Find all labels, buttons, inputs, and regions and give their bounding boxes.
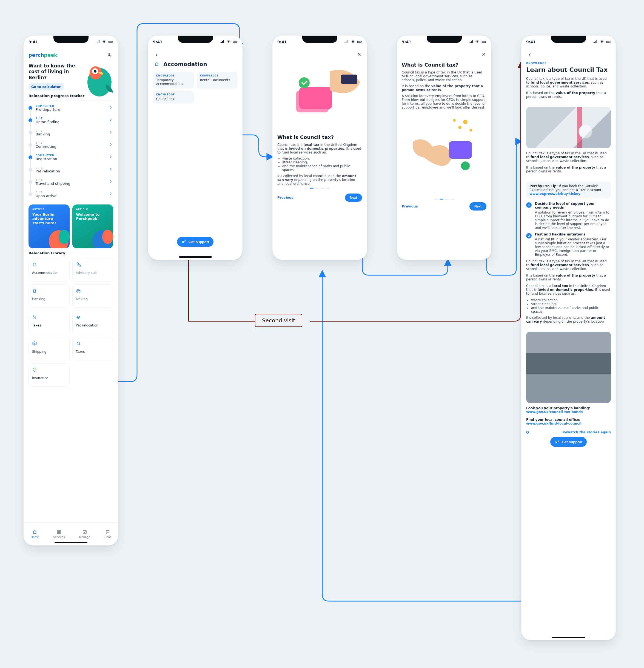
library-tile[interactable]: Shipping [29, 337, 70, 361]
svg-point-22 [79, 316, 79, 317]
library-tile[interactable]: Pet relocation [72, 310, 113, 334]
step-name: Pre-departure [36, 107, 60, 111]
battery-icon [357, 40, 362, 44]
second-visit-badge: Second visit [255, 314, 302, 327]
library-label: Taxes [32, 323, 66, 327]
previous-button[interactable]: Previous [402, 204, 418, 208]
close-icon[interactable] [355, 50, 363, 58]
car-icon [76, 288, 82, 294]
tracker-step[interactable]: 0 / 3 Upon arrival [29, 188, 113, 201]
library-tile[interactable]: Advisory call [72, 258, 113, 282]
bullet: waste collection, [282, 156, 362, 160]
svg-rect-33 [233, 42, 236, 43]
svg-rect-53 [607, 42, 610, 43]
promo-row: ARTICLE Your Berlin adventure starts her… [29, 204, 113, 248]
svg-point-46 [461, 162, 470, 170]
tracker-step[interactable]: COMPLETED Pre-departure [29, 102, 113, 114]
chevron-right-icon [108, 154, 113, 160]
tab-home[interactable]: Home [31, 530, 39, 538]
chevron-right-icon [108, 105, 113, 111]
library-tile[interactable]: Driving [72, 284, 113, 308]
article-kicker: KNOWLEDGE [526, 62, 611, 65]
trash-icon [32, 288, 38, 294]
tracker-step[interactable]: 0 / 6 Travel and shipping [29, 176, 113, 188]
library-tile[interactable]: Taxes [72, 337, 113, 361]
library-label: Shipping [32, 350, 66, 354]
signal-icon [344, 40, 349, 44]
wifi-icon [351, 40, 355, 44]
back-icon[interactable] [153, 51, 160, 59]
council-link[interactable]: www.gov.uk/find-local-council [526, 422, 582, 425]
svg-point-15 [102, 230, 113, 244]
back-icon[interactable] [526, 51, 534, 59]
next-button[interactable]: Next [345, 194, 362, 202]
bullet: waste collection, [531, 298, 611, 302]
article-title: Learn about Council Tax [526, 66, 611, 74]
shield-icon [32, 367, 38, 373]
paw-icon [76, 315, 82, 321]
topic-card[interactable]: KNOWLEDGE Rental Documents [197, 72, 238, 89]
battery-icon [233, 40, 237, 44]
get-support-button[interactable]: Get support [550, 437, 587, 447]
band-link[interactable]: www.gov.uk/council-tax-bands [526, 410, 583, 414]
tracker-step[interactable]: COMPLETED Registration [29, 151, 113, 164]
tracker-step[interactable]: 0 / 4 Pet relocation [29, 164, 113, 176]
svg-rect-6 [109, 42, 112, 43]
story-illustration [397, 114, 491, 196]
step-meta: 2 / 7 [36, 142, 57, 145]
promo-card[interactable]: ARTICLE Your Berlin adventure starts her… [29, 204, 70, 248]
topic-card[interactable]: KNOWLEDGE Temporary accommodation [153, 72, 194, 89]
svg-point-54 [556, 441, 557, 442]
tracker-step[interactable]: 2 / 7 Commuting [29, 139, 113, 151]
topic-kicker: KNOWLEDGE [200, 75, 234, 77]
notch [178, 36, 213, 43]
next-button[interactable]: Next [470, 202, 487, 211]
pro-tip: Perchy Pro Tip: If you book the Gatwick … [526, 181, 611, 198]
chevron-right-icon [108, 117, 113, 123]
svg-point-18 [79, 292, 79, 292]
previous-button[interactable]: Previous [277, 196, 293, 200]
rewatch-link[interactable]: Rewatch the stories again [562, 430, 611, 434]
chevron-right-icon [108, 167, 113, 173]
tab-manage[interactable]: Manage [79, 530, 90, 538]
step-meta: 0 / 4 [36, 166, 60, 169]
tracker-step[interactable]: 0 / 7 Banking [29, 127, 113, 139]
chevron-right-icon [108, 179, 113, 185]
library-label: Driving [76, 297, 110, 301]
svg-rect-5 [113, 42, 113, 43]
step-name: Commuting [36, 145, 57, 149]
tab-label: Services [53, 536, 65, 538]
step-name: Banking [36, 132, 50, 136]
bullet: and the maintenance of parks and public … [531, 306, 611, 314]
numbered-step: 1 Decide the level of support your compa… [526, 202, 611, 230]
tracker-step[interactable]: 2 / 7 Home finding [29, 114, 113, 127]
home-indicator [55, 542, 88, 543]
notch [427, 36, 462, 43]
get-support-button[interactable]: Get support [177, 237, 214, 247]
svg-point-47 [463, 120, 467, 124]
step-meta: 2 / 7 [36, 117, 60, 120]
library-label: Pet relocation [76, 323, 110, 327]
topic-grid: KNOWLEDGE Temporary accommodation KNOWLE… [153, 72, 237, 89]
calculator-link[interactable]: Go to calculator [29, 83, 64, 90]
screen-story-2: 9:41 What is Council tax? Council tax is… [397, 36, 491, 260]
svg-point-25 [78, 317, 79, 319]
svg-rect-37 [358, 42, 361, 43]
library-tile[interactable]: Insurance [29, 363, 70, 387]
promo-card[interactable]: ARTICLE Welcome to Perchpeek! [72, 204, 113, 248]
library-tile[interactable]: Accommodation [29, 258, 70, 282]
parrot-mini-icon [83, 219, 113, 248]
close-icon[interactable] [480, 50, 488, 58]
tip-link[interactable]: www.express.uk/buy-tickey [530, 192, 580, 196]
notch [53, 36, 89, 43]
tab-chat[interactable]: Chat [104, 530, 111, 538]
profile-icon[interactable] [106, 51, 113, 59]
tab-services[interactable]: Services [53, 530, 65, 538]
topic-card-council-tax[interactable]: KNOWLEDGE Council tax [153, 91, 194, 104]
svg-point-48 [458, 126, 461, 129]
screen-story-1: 9:41 What is Council tax? Council tax is… [272, 36, 367, 260]
step-meta: 0 / 3 [36, 191, 57, 194]
library-tile[interactable]: Taxes [29, 310, 70, 334]
library-tile[interactable]: Banking [29, 284, 70, 308]
tab-label: Chat [104, 536, 111, 538]
